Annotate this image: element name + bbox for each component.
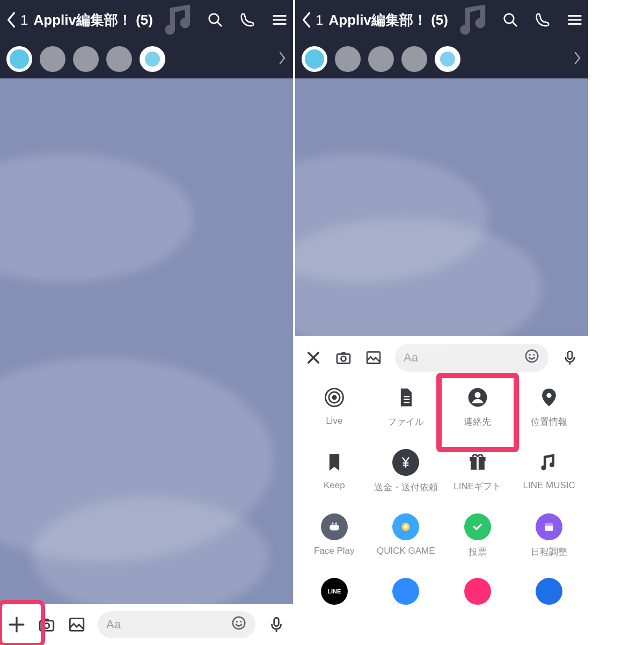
svg-point-5 [233,617,245,629]
avatar[interactable] [106,46,132,72]
chat-title: Appliv編集部！ (5) [33,11,152,30]
label: 日程調整 [531,546,567,558]
expand-participants[interactable] [278,50,287,68]
attach-schedule[interactable]: 日程調整 [514,510,586,575]
attach-live[interactable]: Live [298,381,370,446]
music-note-icon[interactable] [457,0,497,40]
attach-more[interactable] [370,575,442,639]
attach-more[interactable] [442,575,514,639]
mic-icon[interactable] [267,615,286,634]
svg-rect-27 [330,525,339,531]
bookmark-icon [323,450,346,474]
svg-point-7 [240,621,241,622]
svg-point-12 [341,356,346,361]
left-screenshot: 1 Appliv編集部！ (5) Aa [0,0,293,645]
header-actions [207,12,288,28]
smile-icon [231,615,247,631]
attach-poll[interactable]: 投票 [442,510,514,575]
chat-background [295,78,588,336]
music-note-icon[interactable] [162,0,202,40]
attach-music[interactable]: LINE MUSIC [514,446,586,510]
attach-file[interactable]: ファイル [370,381,442,446]
mic-icon[interactable] [561,349,579,366]
music-icon [537,450,561,474]
attach-quickgame[interactable]: QUICK GAME [370,510,442,575]
emoji-button[interactable] [231,615,247,634]
avatar[interactable] [435,46,460,72]
label: LINEギフト [453,480,501,492]
label: QUICK GAME [377,546,435,556]
svg-point-29 [335,523,336,524]
chat-title: Appliv編集部！ (5) [328,11,448,30]
svg-rect-11 [337,354,350,363]
svg-line-1 [217,22,222,26]
label: 投票 [469,546,487,558]
svg-point-23 [547,393,552,398]
svg-rect-8 [274,618,279,626]
search-icon[interactable] [502,12,518,28]
avatar[interactable] [368,46,394,72]
svg-point-18 [332,395,336,400]
avatar[interactable] [6,46,32,72]
expand-participants[interactable] [573,50,582,68]
search-icon[interactable] [207,12,223,28]
attach-transfer[interactable]: 送金・送付依頼 [370,446,442,510]
svg-line-10 [513,22,517,26]
avatar[interactable] [140,46,165,72]
chevron-left-icon [5,10,17,30]
svg-point-6 [236,621,238,622]
participants-row [0,40,293,78]
attach-gift[interactable]: LINEギフト [442,446,514,510]
quickgame-icon [399,520,413,534]
chevron-right-icon [278,50,287,66]
gallery-icon[interactable] [68,615,86,634]
attach-location[interactable]: 位置情報 [514,381,586,446]
svg-rect-17 [568,351,572,359]
attach-more[interactable] [514,575,586,639]
label: 送金・送付依頼 [374,481,438,494]
location-icon [537,386,561,409]
svg-point-16 [533,354,535,356]
check-icon [471,520,485,534]
svg-point-28 [332,523,333,524]
back-button[interactable]: 1 [5,10,28,30]
placeholder: Aa [106,618,121,632]
back-button[interactable]: 1 [301,10,323,30]
message-input[interactable]: Aa [98,611,255,638]
back-count: 1 [316,12,323,28]
attach-keep[interactable]: Keep [298,446,370,510]
participants-row [295,40,588,78]
menu-icon[interactable] [567,12,583,28]
gamepad-icon [327,520,341,534]
attach-contact[interactable]: 連絡先 [442,381,514,446]
header-actions [502,12,583,28]
label: Keep [324,480,345,491]
live-icon [323,386,346,409]
avatar[interactable] [40,46,65,72]
label: ファイル [387,416,424,428]
contact-icon [466,386,489,409]
avatar[interactable] [73,46,99,72]
avatar[interactable] [401,46,427,72]
attach-more[interactable]: LINE [298,575,370,639]
chat-header: 1 Appliv編集部！ (5) [295,0,588,40]
svg-point-15 [529,354,531,356]
file-icon [394,386,418,409]
emoji-button[interactable] [524,348,540,367]
input-bar: Aa [0,604,293,645]
attachment-panel: Aa Live ファイル 連絡先 [295,336,588,645]
svg-point-14 [526,350,538,363]
avatar[interactable] [335,46,361,72]
svg-point-22 [474,392,480,398]
svg-point-3 [44,623,49,628]
back-count: 1 [20,12,28,28]
call-icon[interactable] [535,12,551,28]
menu-icon[interactable] [272,12,288,28]
close-icon[interactable] [305,349,322,366]
camera-icon[interactable] [38,615,56,634]
avatar[interactable] [302,46,327,72]
svg-rect-33 [545,524,553,526]
plus-icon[interactable] [8,615,26,634]
call-icon[interactable] [239,12,255,28]
attach-faceplay[interactable]: Face Play [298,510,370,575]
